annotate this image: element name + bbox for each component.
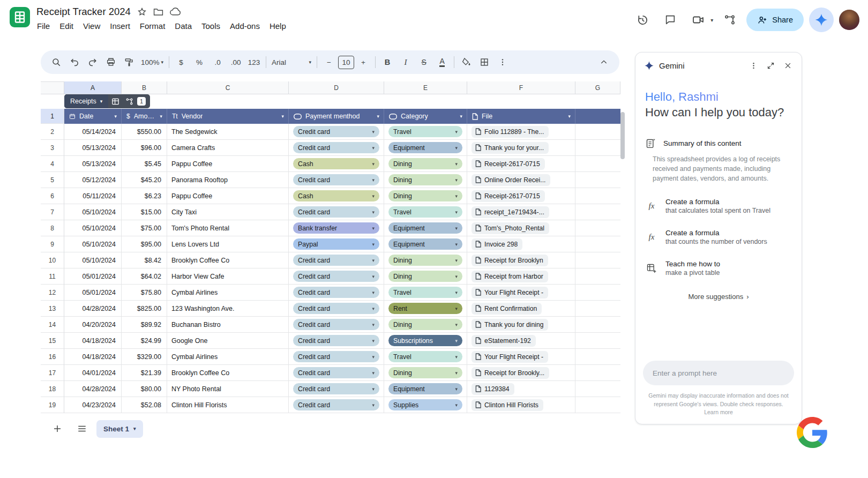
gemini-summary-card[interactable]: Summary of this content	[645, 138, 792, 149]
cell-category[interactable]: Travel▾	[384, 124, 467, 140]
file-chip[interactable]: Receipt for Brooklyn	[472, 255, 548, 266]
cell-vendor[interactable]: The Sedgewick	[167, 124, 289, 140]
cell-empty[interactable]	[575, 220, 620, 236]
row-number-2[interactable]: 2	[41, 124, 64, 140]
cell-vendor[interactable]: Pappu Coffee	[167, 156, 289, 172]
menu-data[interactable]: Data	[170, 20, 197, 32]
format-percent-button[interactable]: %	[190, 54, 208, 71]
cell-date[interactable]: 05/10/2024	[64, 236, 122, 252]
file-chip[interactable]: Folio 112889 - The...	[472, 126, 549, 138]
cell-payment-method[interactable]: Credit card▾	[289, 140, 384, 156]
column-header-b[interactable]: B	[122, 81, 167, 94]
menu-edit[interactable]: Edit	[55, 20, 78, 32]
text-color-button[interactable]: A	[433, 54, 451, 71]
payment-method-chip[interactable]: Credit card▾	[293, 351, 379, 362]
table-name-chip[interactable]: Receipts ▾	[64, 94, 108, 108]
column-header-c[interactable]: C	[167, 81, 289, 94]
row-number-17[interactable]: 17	[41, 365, 64, 381]
cell-date[interactable]: 04/20/2024	[64, 317, 122, 333]
cell-date[interactable]: 05/10/2024	[64, 204, 122, 220]
cell-date[interactable]: 05/14/2024	[64, 124, 122, 140]
cell-vendor[interactable]: Clinton Hill Florists	[167, 397, 289, 413]
payment-method-chip[interactable]: Credit card▾	[293, 335, 379, 346]
table-grid-icon[interactable]	[108, 94, 122, 108]
cell-date[interactable]: 04/01/2024	[64, 365, 122, 381]
italic-button[interactable]: I	[396, 54, 415, 71]
share-button[interactable]: Share	[746, 9, 804, 31]
cell-category[interactable]: Subscriptions▾	[384, 333, 467, 349]
cell-vendor[interactable]: Brooklyn Coffee Co	[167, 252, 289, 268]
cell-file[interactable]: Thank you for your...	[467, 140, 575, 156]
category-chip[interactable]: Equipment▾	[388, 142, 462, 153]
cell-category[interactable]: Equipment▾	[384, 140, 467, 156]
cell-amount[interactable]: $825.00	[122, 301, 167, 317]
row-number-15[interactable]: 15	[41, 333, 64, 349]
header-cell-date[interactable]: Date▾	[64, 109, 122, 124]
category-chip[interactable]: Dining▾	[388, 319, 462, 330]
connected-flow-icon[interactable]	[719, 9, 741, 31]
version-history-icon[interactable]	[631, 9, 654, 31]
cell-file[interactable]: Receipt for Brookly...	[467, 365, 575, 381]
row-number-18[interactable]: 18	[41, 381, 64, 397]
cell-amount[interactable]: $550.00	[122, 124, 167, 140]
column-header-g[interactable]: G	[575, 81, 620, 94]
cell-date[interactable]: 04/18/2024	[64, 333, 122, 349]
move-folder-icon[interactable]	[153, 8, 163, 17]
cell-date[interactable]: 05/13/2024	[64, 156, 122, 172]
fill-color-icon[interactable]	[457, 54, 475, 71]
cell-category[interactable]: Dining▾	[384, 317, 467, 333]
cell-payment-method[interactable]: Credit card▾	[289, 333, 384, 349]
cell-payment-method[interactable]: Credit card▾	[289, 365, 384, 381]
cell-amount[interactable]: $89.92	[122, 317, 167, 333]
header-cell-payment-menthod[interactable]: Payment menthod▾	[289, 109, 384, 124]
cell-category[interactable]: Equipment▾	[384, 381, 467, 397]
cell-vendor[interactable]: Harbor View Cafe	[167, 268, 289, 285]
gemini-more-menu-icon[interactable]	[745, 57, 762, 74]
cell-date[interactable]: 05/11/2024	[64, 188, 122, 204]
payment-method-chip[interactable]: Credit card▾	[293, 383, 379, 394]
column-header-d[interactable]: D	[289, 81, 384, 94]
row-number-10[interactable]: 10	[41, 252, 64, 268]
row-number-1[interactable]: 1	[41, 109, 64, 124]
all-sheets-icon[interactable]	[72, 419, 92, 439]
cell-file[interactable]: Receipt from Harbor	[467, 268, 575, 285]
file-chip[interactable]: Receipt from Harbor	[472, 271, 548, 282]
gemini-expand-icon[interactable]	[762, 57, 779, 74]
row-number-16[interactable]: 16	[41, 349, 64, 365]
cell-file[interactable]: Thank you for dining	[467, 317, 575, 333]
cell-empty[interactable]	[575, 252, 620, 268]
file-chip[interactable]: Rent Confirmation	[472, 303, 542, 315]
menu-insert[interactable]: Insert	[105, 20, 135, 32]
comments-icon[interactable]	[659, 9, 682, 31]
cell-empty[interactable]	[575, 397, 620, 413]
cell-empty[interactable]	[575, 124, 620, 140]
row-number-7[interactable]: 7	[41, 204, 64, 220]
column-header-e[interactable]: E	[384, 81, 467, 94]
cell-vendor[interactable]: 123 Washington Ave.	[167, 301, 289, 317]
increase-decimals-button[interactable]: .00	[227, 54, 245, 71]
paint-format-icon[interactable]	[120, 54, 138, 71]
menu-format[interactable]: Format	[135, 20, 170, 32]
file-chip[interactable]: Tom's_Photo_Rental	[472, 222, 549, 234]
cell-amount[interactable]: $95.00	[122, 236, 167, 252]
cell-amount[interactable]: $64.02	[122, 268, 167, 285]
file-chip[interactable]: Receipt-2617-0715	[472, 190, 545, 202]
cell-payment-method[interactable]: Credit card▾	[289, 317, 384, 333]
payment-method-chip[interactable]: Cash▾	[293, 190, 379, 201]
meet-dropdown-caret[interactable]: ▾	[710, 17, 713, 23]
gemini-suggestion[interactable]: Teach me how tomake a pivot table	[645, 260, 792, 277]
cell-empty[interactable]	[575, 188, 620, 204]
file-chip[interactable]: Your Flight Receipt -	[472, 351, 548, 363]
bold-button[interactable]: B	[378, 54, 396, 71]
gemini-suggestion[interactable]: fxCreate a formulathat counts the number…	[645, 229, 792, 245]
cell-empty[interactable]	[575, 140, 620, 156]
cloud-status-icon[interactable]	[170, 8, 181, 16]
cell-file[interactable]: Your Flight Receipt -	[467, 349, 575, 365]
cell-category[interactable]: Equipment▾	[384, 220, 467, 236]
file-chip[interactable]: Online Order Recei...	[472, 174, 550, 186]
cell-vendor[interactable]: Cymbal Airlines	[167, 349, 289, 365]
cell-amount[interactable]: $24.99	[122, 333, 167, 349]
cell-amount[interactable]: $8.42	[122, 252, 167, 268]
cell-amount[interactable]: $75.00	[122, 220, 167, 236]
category-chip[interactable]: Dining▾	[388, 190, 462, 201]
